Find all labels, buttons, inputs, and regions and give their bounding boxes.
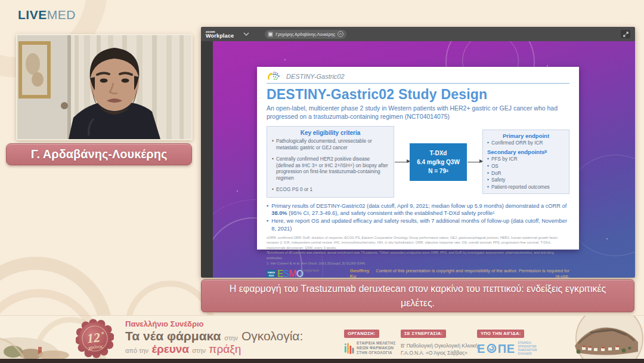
treatment-line: 6.4 mg/kg Q3W — [411, 158, 466, 167]
screen-share-icon — [268, 32, 273, 37]
treatment-line: T-DXd — [411, 149, 466, 158]
talk-title-text: Η εφαρμογή του Trastuzumab deruxtecan στ… — [222, 282, 614, 310]
slide-header: DESTINY-Gastric02 — [267, 71, 569, 84]
organizer-name: ΕΤΑΙΡΕΙΑ ΜΕΛΕΤΗΣ ΝΕΩΝ ΦΑΡΜΑΚΩΝ ΣΤΗΝ ΟΓΚΟ… — [357, 341, 396, 356]
zoom-share-window: zoom Workplace Γρηγόρης Αρδαβάνης-Λουκέρ… — [201, 27, 635, 278]
meeting-title-text: Γρηγόρης Αρδαβάνης-Λουκέρης — [275, 32, 335, 36]
conference-sub-conn: στην — [192, 347, 206, 354]
conference-title-block: Πανελλήνιο Συνέδριο Τα νέα φάρμακα στην … — [125, 320, 303, 355]
livemed-logo: LIVEMED — [18, 8, 76, 22]
decor-dot — [237, 190, 238, 192]
secondary-endpoints-title: Secondary endpointsᵇ — [487, 149, 565, 155]
decor-dot — [606, 238, 608, 239]
treatment-box: T-DXd 6.4 mg/kg Q3W N = 79ᵃ — [410, 143, 467, 181]
auspices-block: ΥΠΟ ΤΗΝ ΑΙΓΙΔΑ: Ε ΠΕ ΕΤΑΙΡΕΙΑ ΟΓΚΟΛΟΓΩΝ … — [477, 327, 537, 356]
esmo-congress-logo: PARIS 2022 ESMO congress — [267, 268, 319, 278]
conference-title-oncology: Ογκολογία: — [242, 329, 303, 343]
zoom-workplace-logo: zoom Workplace — [206, 30, 234, 39]
footnote-line: ᵃEnrollment of 80 patients was planned; … — [267, 250, 569, 260]
esmo-congress-text: congress — [301, 268, 319, 273]
conference-footer: 12 ο χρόνος Πανελλήνιο Συνέδριο Τα νέα φ… — [0, 315, 644, 359]
slide-program-label: DESTINY-Gastric02 — [286, 73, 345, 80]
webinar-page: LIVEMED — [0, 0, 644, 363]
results-summary: Primary results of DESTINY-Gastric02 (da… — [267, 202, 569, 232]
speaker-name-label: Γ. Αρδαβάνης-Λουκέρης — [6, 143, 192, 165]
conference-title-line: Τα νέα φάρμακα στην Ογκολογία: — [125, 330, 303, 343]
watercolor-art-left — [0, 331, 75, 359]
result-text: (95% CI, 27.3-49.6), and safety consiste… — [287, 210, 495, 216]
organizer-label: ΟΡΓΑΝΩΣΗ: — [344, 330, 379, 338]
treatment-line: N = 79ᵃ — [411, 167, 466, 176]
conference-sub-praxis: πράξη — [209, 343, 241, 355]
slide-copyright: Content of this presentation is copyrigh… — [375, 268, 569, 278]
decor-dot — [547, 65, 548, 66]
chevron-down-icon[interactable] — [243, 32, 249, 36]
destiny-logo-icon — [267, 71, 282, 81]
slide-footnotes: cORR, confirmed ORR; DoR, duration of re… — [267, 235, 569, 266]
collaboration-name: Β' Παθολογική Ογκολογική Κλινική Γ.Α.Ο.Ν… — [401, 342, 478, 357]
bottom-bar — [0, 359, 644, 363]
eope-logo: Ε ΠΕ ΕΤΑΙΡΕΙΑ ΟΓΚΟΛΟΓΩΝ ΠΑΘΟΛΟΓΩΝ ΕΛΛΑΔΟ… — [477, 342, 537, 356]
slide-author: Geoffrey Ku — [350, 268, 376, 278]
speaker-video-illustration — [17, 35, 191, 139]
slide-title: DESTINY-Gastric02 Study Design — [267, 87, 569, 103]
endpoint-item: Safety — [487, 177, 565, 184]
eligibility-item: Centrally confirmed HER2 positive diseas… — [272, 156, 389, 182]
conference-subtitle-line: από την έρευνα στην πράξη — [125, 343, 303, 355]
eope-full-name: ΕΤΑΙΡΕΙΑ ΟΓΚΟΛΟΓΩΝ ΠΑΘΟΛΟΓΩΝ ΕΛΛΑΔΟΣ — [518, 342, 537, 356]
result-bullet: Here, we report OS and updated efficacy … — [267, 217, 569, 232]
result-bullet: Primary results of DESTINY-Gastric02 (da… — [267, 202, 569, 217]
organizer-block: ΟΡΓΑΝΩΣΗ: ΕΤΑΙΡΕΙΑ ΜΕΛΕΤΗΣ ΝΕΩΝ ΦΑΡΜΑΚΩΝ… — [344, 327, 396, 356]
primary-endpoint-title: Primary endpoint — [487, 133, 565, 139]
endpoint-item: Confirmed ORR by ICR — [487, 140, 565, 147]
eligibility-box: Key eligibility criteria Pathologically … — [267, 126, 394, 197]
collaboration-label: ΣΕ ΣΥΝΕΡΓΑΣΙΑ: — [401, 330, 446, 338]
conference-kicker: Πανελλήνιο Συνέδριο — [125, 320, 303, 328]
auspices-label: ΥΠΟ ΤΗΝ ΑΙΓΙΔΑ: — [477, 330, 524, 338]
collaboration-block: ΣΕ ΣΥΝΕΡΓΑΣΙΑ: Β' Παθολογική Ογκολογική … — [401, 327, 478, 356]
framed-picture — [18, 41, 51, 99]
pill-options-icon[interactable] — [338, 31, 343, 37]
endpoints-box: Primary endpoint Confirmed ORR by ICR Se… — [482, 130, 569, 195]
slide-subtitle: An open-label, multicenter phase 2 study… — [267, 104, 564, 121]
eligibility-item: Pathologically documented, unresectable … — [272, 138, 389, 151]
study-design-diagram: Key eligibility criteria Pathologically … — [267, 126, 569, 197]
eope-letters-pe: ΠΕ — [498, 343, 515, 355]
livemed-logo-live: LIVE — [18, 8, 47, 21]
endpoint-item: OS — [487, 163, 565, 170]
endpoint-item: Patient-reported outcomes — [487, 184, 565, 191]
speaker-video — [16, 34, 193, 140]
shared-screen-area: DESTINY-Gastric02 DESTINY-Gastric02 Stud… — [213, 41, 635, 278]
zoom-content: DESTINY-Gastric02 DESTINY-Gastric02 Stud… — [201, 41, 635, 278]
zoom-header-bar: zoom Workplace Γρηγόρης Αρδαβάνης-Λουκέρ… — [201, 27, 635, 41]
speaker-name-text: Γ. Αρδαβάνης-Λουκέρης — [31, 147, 168, 161]
zoom-side-strip — [201, 41, 213, 278]
eope-letter-e: Ε — [477, 343, 485, 355]
eligibility-title: Key eligibility criteria — [272, 130, 389, 136]
presentation-slide: DESTINY-Gastric02 DESTINY-Gastric02 Stud… — [257, 67, 579, 250]
esmo-letters: ESMO — [277, 269, 303, 278]
decor-dot — [284, 59, 286, 60]
endpoint-item: DoR — [487, 170, 565, 177]
talk-title-banner: Η εφαρμογή του Trastuzumab deruxtecan στ… — [201, 279, 634, 312]
zoom-logo-bottom: Workplace — [206, 33, 234, 39]
meeting-title-pill[interactable]: Γρηγόρης Αρδαβάνης-Λουκέρης — [265, 30, 346, 39]
organizer-logo-icon — [344, 341, 354, 355]
result-text: Primary results of DESTINY-Gastric02 (da… — [271, 203, 566, 209]
result-text: Here, we report OS and updated efficacy … — [271, 217, 569, 232]
flow-arrow — [395, 162, 409, 162]
conference-sub-from: από την — [125, 347, 148, 354]
slide-footer: PARIS 2022 ESMO congress Geoffrey Ku Con… — [267, 268, 569, 278]
conference-title-main: Τα νέα φάρμακα — [125, 329, 221, 343]
fullscreen-icon[interactable] — [621, 30, 630, 38]
conference-title-conn: στην — [224, 334, 238, 342]
footnote-line: cORR, confirmed ORR; DoR, duration of re… — [267, 235, 569, 251]
flow-arrow — [467, 162, 482, 162]
anniversary-seal-badge: 12 ο χρόνος — [76, 319, 114, 361]
eligibility-item: ECOG PS 0 or 1 — [272, 186, 389, 193]
esmo-year-text: 2022 — [267, 274, 275, 277]
eope-o-icon — [487, 343, 497, 353]
endpoint-item: PFS by ICR — [487, 156, 565, 163]
watercolor-art-right — [555, 316, 644, 359]
livemed-logo-med: MED — [47, 8, 76, 21]
